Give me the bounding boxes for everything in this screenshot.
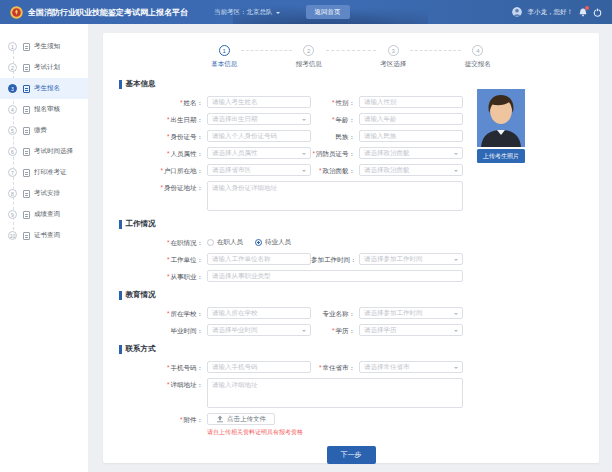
step-1[interactable]: 1基本信息 [207,45,241,69]
textarea-input[interactable]: 请输入身份证详细地址 [207,181,463,211]
sidebar-item-label: 打印准考证 [34,168,67,177]
field-placeholder: 请选择参加工作时间 [364,255,423,264]
radio-label: 待业人员 [265,238,291,247]
input-input[interactable]: 请输入手机号码 [207,361,311,373]
upload-button-label: 点击上传文件 [227,415,266,424]
sidebar-item-3[interactable]: 3考生报名 [0,78,88,99]
sidebar-item-8[interactable]: 8考试安排 [0,183,88,204]
required-mark: * [167,133,170,140]
document-icon [23,169,30,177]
section-title: 工作情况 [119,219,471,229]
input-input[interactable]: 请输入考生姓名 [207,96,311,108]
field-label: *姓名： [119,96,207,108]
section-title-text: 联系方式 [126,344,156,354]
section-title-text: 工作情况 [126,219,156,229]
input-input[interactable]: 请输入民族 [359,130,463,142]
select-input[interactable]: 请选择人员属性 [207,147,311,159]
select-input[interactable]: 请选择出生日期 [207,113,311,125]
form-row: *从事职业：请选择从事职业类型 [119,270,471,282]
sidebar-item-10[interactable]: 10证书查询 [0,225,88,246]
step-label: 报考信息 [296,60,322,69]
step-connector [410,50,461,51]
step-label: 考区选择 [380,60,406,69]
field-placeholder: 请输入民族 [364,132,397,141]
input-input[interactable]: 请输入性别 [359,96,463,108]
field-label: *户口所在地： [119,164,207,176]
section-title: 联系方式 [119,344,471,354]
input-input[interactable]: 请输入年龄 [359,113,463,125]
field-label: 参加工作时间： [311,253,359,265]
step-3[interactable]: 3考区选择 [376,45,410,69]
select-input[interactable]: 请选择省市区 [207,164,311,176]
field-label-text: 性别： [336,99,356,106]
input-input[interactable]: 请输入个人身份证号码 [207,130,311,142]
upload-file-button[interactable]: 点击上传文件 [207,413,275,425]
section-accent-bar [119,291,122,300]
sidebar-item-9[interactable]: 9成绩查询 [0,204,88,225]
sidebar-item-6[interactable]: 6考试时间选择 [0,141,88,162]
select-input[interactable]: 请选择政治面貌 [359,164,463,176]
required-mark: * [167,364,170,371]
home-button[interactable]: 返回首页 [306,5,350,19]
next-step-button[interactable]: 下一步 [327,446,376,464]
field-placeholder: 请选择常住省市 [364,363,410,372]
input-input[interactable]: 请输入所在学校 [207,307,311,319]
form-row: *工作单位：请输入工作单位名称参加工作时间：请选择参加工作时间 [119,253,471,265]
select-input[interactable]: 请选择毕业时间 [207,324,311,336]
field-label: *所在学校： [119,307,207,319]
field-label-text: 民族： [336,133,356,140]
field-label-text: 工作单位： [171,256,204,263]
input-input[interactable]: 请选择从事职业类型 [207,270,463,282]
input-input[interactable]: 请输入工作单位名称 [207,253,311,265]
select-input[interactable]: 请选择参加工作时间 [359,253,463,265]
step-4[interactable]: 4提交报名 [461,45,495,69]
step-2[interactable]: 2报考信息 [292,45,326,69]
field-placeholder: 请选择政治面貌 [364,149,410,158]
section-title-text: 基本信息 [126,79,156,89]
textarea-input[interactable]: 请输入详细地址 [207,378,463,408]
field-placeholder: 请输入所在学校 [212,309,258,318]
sidebar-item-7[interactable]: 7打印准考证 [0,162,88,183]
sidebar-item-1[interactable]: 1考生须知 [0,36,88,57]
region-selector[interactable]: 当前考区：北京总队 [214,8,280,17]
field-label-text: 毕业时间： [171,327,204,334]
document-icon [23,127,30,135]
sidebar-item-2[interactable]: 2考试计划 [0,57,88,78]
section-title: 教育情况 [119,290,471,300]
step-label: 提交报名 [465,60,491,69]
select-input[interactable]: 请选择政治面貌 [359,147,463,159]
field-label-text: 出生日期： [171,116,204,123]
required-mark: * [167,116,170,123]
form-row: *所在学校：请输入所在学校专业名称：请选择参加工作时间 [119,307,471,319]
notification-bell-icon[interactable] [579,8,587,17]
select-input[interactable]: 请选择参加工作时间 [359,307,463,319]
upload-area: 点击上传文件请自上传相关资料证明具有报考资格 [207,413,303,437]
required-mark: * [167,239,170,246]
user-avatar[interactable] [512,7,522,17]
radio-option[interactable]: 在职人员 [207,238,243,247]
field-label: *在职情况： [119,236,207,248]
sidebar-item-5[interactable]: 5缴费 [0,120,88,141]
field-label: *从事职业： [119,270,207,282]
select-input[interactable]: 请选择常住省市 [359,361,463,373]
field-label-text: 年龄： [336,116,356,123]
field-label-text: 常住省市： [323,364,356,371]
step-label: 基本信息 [211,60,237,69]
required-mark: * [160,167,163,174]
field-label-text: 身份证地址： [164,184,203,191]
select-input[interactable]: 请选择学历 [359,324,463,336]
sidebar-item-label: 缴费 [34,126,47,135]
logout-power-icon[interactable] [593,8,602,17]
field-label: *消防员证号： [311,147,359,159]
sidebar-item-4[interactable]: 4报名审核 [0,99,88,120]
document-icon [23,190,30,198]
radio-option[interactable]: 待业人员 [255,238,291,247]
required-mark: * [160,184,163,191]
form-row: *附件：点击上传文件请自上传相关资料证明具有报考资格 [119,413,471,437]
required-mark: * [319,364,322,371]
upload-photo-button[interactable]: 上传考生照片 [477,149,525,163]
field-label-text: 姓名： [184,99,204,106]
required-mark: * [319,167,322,174]
field-label: 毕业时间： [119,324,207,336]
required-mark: * [180,99,183,106]
